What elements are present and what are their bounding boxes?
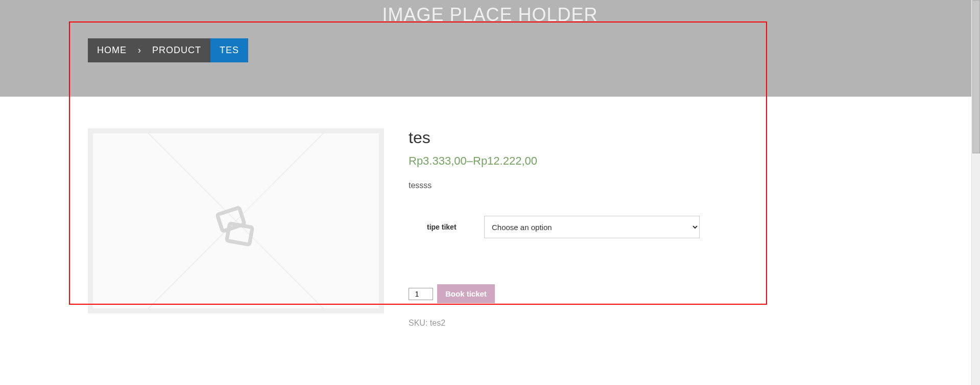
svg-rect-2: [217, 208, 245, 231]
product-image-placeholder[interactable]: [88, 128, 384, 313]
breadcrumb-current: TES: [210, 38, 248, 62]
product-description: tessss: [409, 181, 700, 190]
hero-title: IMAGE PLACE HOLDER: [0, 0, 980, 26]
product-title: tes: [409, 128, 700, 147]
placeholder-icon: [93, 133, 379, 308]
quantity-stepper[interactable]: [409, 288, 433, 300]
hero-banner: IMAGE PLACE HOLDER HOME › PRODUCT TES: [0, 0, 980, 97]
breadcrumb: HOME › PRODUCT TES: [88, 38, 248, 62]
chevron-right-icon: ›: [136, 38, 143, 62]
book-ticket-button[interactable]: Book ticket: [437, 284, 495, 303]
scrollbar-thumb[interactable]: [972, 0, 980, 153]
product-price: Rp3.333,00–Rp12.222,00: [409, 154, 700, 168]
breadcrumb-home[interactable]: HOME: [88, 38, 136, 62]
add-to-cart-row: Book ticket: [409, 284, 700, 303]
scrollbar-track[interactable]: [971, 0, 980, 385]
variation-row: tipe tiket Choose an option: [409, 216, 700, 238]
product-image-column: [88, 128, 384, 385]
variation-select[interactable]: Choose an option: [484, 216, 700, 238]
product-content: tes Rp3.333,00–Rp12.222,00 tessss tipe t…: [0, 97, 980, 385]
product-details: tes Rp3.333,00–Rp12.222,00 tessss tipe t…: [409, 128, 700, 385]
sku-text: SKU: tes2: [409, 319, 700, 328]
variation-label: tipe tiket: [409, 223, 484, 231]
breadcrumb-product[interactable]: PRODUCT: [143, 38, 210, 62]
svg-rect-3: [227, 223, 252, 245]
